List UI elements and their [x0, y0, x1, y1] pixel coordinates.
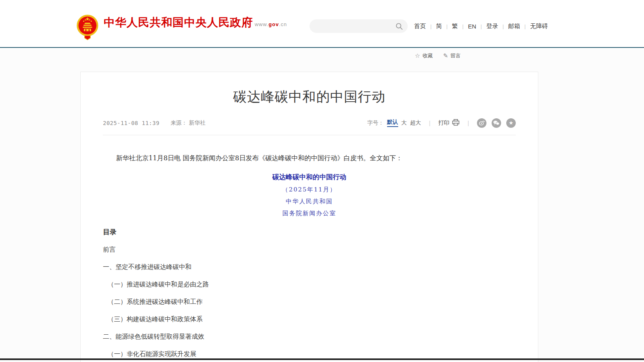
- toc-item-section1-3: （三）构建碳达峰碳中和政策体系: [103, 315, 516, 323]
- favorite-button[interactable]: ☆ 收藏: [415, 52, 433, 59]
- site-title: 中华人民共和国中央人民政府: [104, 16, 253, 28]
- toc-item-section1-2: （二）系统推进碳达峰碳中和工作: [103, 298, 516, 305]
- site-header: 中华人民共和国中央人民政府 www.gov.cn 首页 | 简 | 繁 | EN…: [0, 0, 644, 47]
- source-value: 新华社: [189, 119, 205, 126]
- article-action-row: ☆ 收藏 ✎ 留言: [415, 52, 461, 59]
- toc-item-section1: 一、坚定不移推进碳达峰碳中和: [103, 263, 516, 271]
- bottom-divider-bar: [0, 358, 644, 360]
- font-size-xlarge[interactable]: 超大: [410, 119, 421, 127]
- national-emblem-icon: [76, 13, 99, 40]
- nav-english[interactable]: EN: [468, 23, 476, 30]
- article-card: 碳达峰碳中和的中国行动 2025-11-08 11:39 来源： 新华社 字号：…: [80, 72, 538, 362]
- font-size-label: 字号：: [367, 119, 384, 127]
- search-input[interactable]: [316, 19, 395, 33]
- nav-home[interactable]: 首页: [414, 23, 426, 30]
- document-author-line2: 国务院新闻办公室: [103, 210, 516, 217]
- article-body: 新华社北京11月8日电 国务院新闻办公室8日发布《碳达峰碳中和的中国行动》白皮书…: [103, 153, 516, 358]
- toc-list: 前言 一、坚定不移推进碳达峰碳中和 （一）推进碳达峰碳中和是必由之路 （二）系统…: [103, 246, 516, 358]
- site-url: www.gov.cn: [255, 21, 287, 27]
- toc-item-section2-1: （一）非化石能源实现跃升发展: [103, 350, 516, 358]
- site-logo-link[interactable]: 中华人民共和国中央人民政府 www.gov.cn: [76, 13, 287, 40]
- star-glyph: ★: [509, 120, 513, 125]
- top-nav: 首页 | 简 | 繁 | EN | 登录 | 邮箱 | 无障碍: [414, 19, 548, 33]
- search-box: [310, 19, 408, 33]
- nav-traditional[interactable]: 繁: [452, 23, 458, 30]
- nav-login[interactable]: 登录: [486, 23, 498, 30]
- article-meta-left: 2025-11-08 11:39 来源： 新华社: [103, 119, 205, 127]
- toc-heading: 目录: [103, 227, 516, 237]
- toc-item-section1-1: （一）推进碳达峰碳中和是必由之路: [103, 281, 516, 288]
- meta-separator: |: [467, 120, 469, 126]
- meta-divider-line: [103, 135, 516, 135]
- nav-separator: |: [524, 23, 526, 29]
- lead-paragraph: 新华社北京11月8日电 国务院新闻办公室8日发布《碳达峰碳中和的中国行动》白皮书…: [103, 153, 516, 164]
- publish-date: 2025-11-08 11:39: [103, 120, 160, 126]
- share-icons: ★: [477, 118, 516, 128]
- nav-separator: |: [446, 23, 447, 29]
- nav-separator: |: [430, 23, 431, 29]
- search-icon[interactable]: [395, 23, 403, 30]
- document-date: （2025年11月）: [103, 186, 516, 193]
- star-icon: ☆: [415, 52, 420, 59]
- nav-accessibility[interactable]: 无障碍: [530, 23, 548, 30]
- comment-button[interactable]: ✎ 留言: [443, 52, 461, 59]
- nav-mail[interactable]: 邮箱: [508, 23, 520, 30]
- font-size-default[interactable]: 默认: [387, 119, 398, 127]
- source-label: 来源：: [171, 119, 187, 126]
- pencil-icon: ✎: [443, 52, 448, 59]
- print-label: 打印: [438, 119, 449, 127]
- toc-item-preface: 前言: [103, 246, 516, 253]
- document-author-line1: 中华人民共和国: [103, 198, 516, 205]
- printer-icon: [452, 119, 460, 127]
- favorite-label: 收藏: [422, 52, 433, 59]
- nav-separator: |: [502, 23, 503, 29]
- star-share-icon[interactable]: ★: [506, 118, 516, 128]
- nav-separator: |: [462, 23, 464, 29]
- print-button[interactable]: 打印: [438, 119, 460, 127]
- nav-simplified[interactable]: 简: [436, 23, 442, 30]
- document-title: 碳达峰碳中和的中国行动: [103, 172, 516, 182]
- comment-label: 留言: [450, 52, 461, 59]
- toc-item-section2: 二、能源绿色低碳转型取得显著成效: [103, 333, 516, 340]
- source: 来源： 新华社: [171, 119, 205, 127]
- article-meta-right: 字号： 默认 大 超大 | 打印 |: [367, 118, 516, 128]
- meta-separator: |: [429, 120, 431, 126]
- weibo-share-icon[interactable]: [477, 118, 486, 128]
- nav-separator: |: [481, 23, 482, 29]
- article-title: 碳达峰碳中和的中国行动: [103, 89, 516, 105]
- wechat-share-icon[interactable]: [492, 118, 501, 128]
- article-meta-row: 2025-11-08 11:39 来源： 新华社 字号： 默认 大 超大 | 打…: [103, 118, 516, 128]
- font-size-large[interactable]: 大: [401, 119, 407, 127]
